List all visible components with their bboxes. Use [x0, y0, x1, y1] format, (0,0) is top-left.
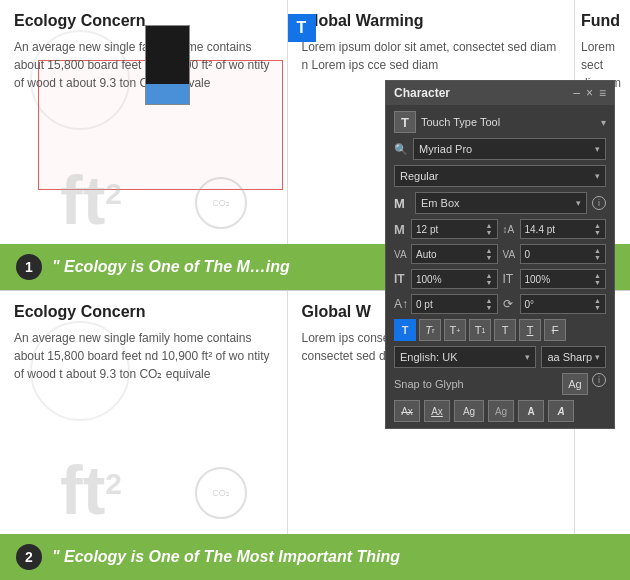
bottom-btn-ag1[interactable]: Ag: [454, 400, 484, 422]
panel-menu-button[interactable]: ≡: [599, 86, 606, 100]
snap-to-glyph-label: Snap to Glyph: [394, 378, 464, 390]
style-btn-subscript[interactable]: T1: [469, 319, 491, 341]
leading-icon: ↕A: [503, 224, 517, 235]
scale-v-input[interactable]: 100% ▲▼: [520, 269, 607, 289]
panel-minimize-button[interactable]: –: [573, 86, 580, 100]
leading-value: 14.4 pt: [525, 224, 556, 235]
font-style-dropdown[interactable]: Regular ▾: [394, 165, 606, 187]
search-icon-font: 🔍: [394, 143, 408, 156]
tracking-input[interactable]: Auto ▲▼: [411, 244, 498, 264]
size-spin[interactable]: ▲▼: [486, 222, 493, 236]
bottom-col1: Ecology Concern An average new single fa…: [0, 291, 288, 535]
ft-superscript: 2: [105, 179, 122, 209]
tracking-kerning-row: VA Auto ▲▼ VA 0 ▲▼: [394, 244, 606, 264]
bottom-btn-a2[interactable]: A: [548, 400, 574, 422]
leading-input[interactable]: 14.4 pt ▲▼: [520, 219, 607, 239]
rotation-input[interactable]: 0° ▲▼: [520, 294, 607, 314]
bottom-btn-a1[interactable]: A: [518, 400, 544, 422]
panel-header: Character – × ≡: [386, 81, 614, 105]
em-box-arrow: ▾: [576, 198, 581, 208]
baseline-value: 0 pt: [416, 299, 433, 310]
style-buttons-row: T Tr T+ T1 T T F: [394, 319, 606, 341]
tool-type-row: T Touch Type Tool ▾: [394, 111, 606, 133]
leading-spin[interactable]: ▲▼: [594, 222, 601, 236]
panel-body: T Touch Type Tool ▾ 🔍 Myriad Pro ▾ Regul…: [386, 105, 614, 428]
rotation-value: 0°: [525, 299, 535, 310]
scale-h-input[interactable]: 100% ▲▼: [411, 269, 498, 289]
panel-close-button[interactable]: ×: [586, 86, 593, 100]
ft-superscript-b: 2: [105, 469, 122, 499]
baseline-rotation-row: A↑ 0 pt ▲▼ ⟳ 0° ▲▼: [394, 294, 606, 314]
scale-h-icon: IT: [394, 272, 408, 286]
style-btn-italic[interactable]: Tr: [419, 319, 441, 341]
antialiasing-dropdown[interactable]: aa Sharp ▾: [541, 346, 606, 368]
scale-v-field: IT 100% ▲▼: [503, 269, 607, 289]
watermark-ft2-top: ft 2: [60, 166, 122, 234]
language-value: English: UK: [400, 351, 457, 363]
aa-value: Sharp: [563, 351, 592, 363]
panel-title: Character: [394, 86, 450, 100]
kerning-value: 0: [525, 249, 531, 260]
size-icon: M: [394, 222, 408, 237]
scale-v-value: 100%: [525, 274, 551, 285]
font-family-value: Myriad Pro: [419, 143, 472, 155]
kerning-input[interactable]: 0 ▲▼: [520, 244, 607, 264]
bottom-btn-ax1[interactable]: Ax: [394, 400, 420, 422]
scale-h-field: IT 100% ▲▼: [394, 269, 498, 289]
baseline-input[interactable]: 0 pt ▲▼: [411, 294, 497, 314]
panel-close-icons: – × ≡: [573, 86, 606, 100]
ft-text: ft: [60, 166, 105, 234]
touch-type-label: Touch Type Tool: [421, 116, 500, 128]
style-btn-caps[interactable]: T: [494, 319, 516, 341]
touch-type-icon[interactable]: T: [394, 111, 416, 133]
scale-v-spin[interactable]: ▲▼: [594, 272, 601, 286]
style-btn-bold[interactable]: T: [394, 319, 416, 341]
font-family-arrow: ▾: [595, 144, 600, 154]
scale-h-value: 100%: [416, 274, 442, 285]
tracking-icon: VA: [394, 249, 408, 260]
circle-watermark-1: [30, 30, 130, 130]
bottom-btn-ax2[interactable]: Ax: [424, 400, 450, 422]
banner-text-2: " Ecology is One of The Most Important T…: [52, 548, 400, 566]
rotation-spin[interactable]: ▲▼: [594, 297, 601, 311]
em-box-info[interactable]: i: [592, 196, 606, 210]
font-style-arrow: ▾: [595, 171, 600, 181]
character-panel: Character – × ≡ T Touch Type Tool ▾ 🔍 My…: [385, 80, 615, 429]
rotation-field: ⟳ 0° ▲▼: [503, 294, 607, 314]
size-field: M 12 pt ▲▼: [394, 219, 498, 239]
t-tool-icon[interactable]: T: [288, 14, 316, 42]
scale-h-spin[interactable]: ▲▼: [486, 272, 493, 286]
circle-watermark-2: [30, 321, 130, 421]
font-family-dropdown[interactable]: Myriad Pro ▾: [413, 138, 606, 160]
font-style-value: Regular: [400, 170, 439, 182]
tracking-spin[interactable]: ▲▼: [486, 247, 493, 261]
top-col2-heading: Global Warming: [302, 12, 561, 30]
style-btn-underline[interactable]: T: [519, 319, 541, 341]
kerning-spin[interactable]: ▲▼: [594, 247, 601, 261]
style-btn-strikethrough[interactable]: F: [544, 319, 566, 341]
snap-icon-1[interactable]: Ag: [562, 373, 588, 395]
language-dropdown[interactable]: English: UK ▾: [394, 346, 536, 368]
bottom-btn-ag2[interactable]: Ag: [488, 400, 514, 422]
tracking-field: VA Auto ▲▼: [394, 244, 498, 264]
scale-row: IT 100% ▲▼ IT 100% ▲▼: [394, 269, 606, 289]
aa-label: aa: [547, 351, 559, 363]
top-col1-heading: Ecology Concern: [14, 12, 273, 30]
style-btn-superscript[interactable]: T+: [444, 319, 466, 341]
bottom-banner: 2 " Ecology is One of The Most Important…: [0, 534, 630, 580]
em-box-dropdown[interactable]: Em Box ▾: [415, 192, 587, 214]
kerning-icon: VA: [503, 249, 517, 260]
size-leading-row: M 12 pt ▲▼ ↕A 14.4 pt ▲▼: [394, 219, 606, 239]
banner-text-1-cont: …ing: [250, 258, 290, 276]
snap-icons: Ag i: [562, 373, 606, 395]
size-input[interactable]: 12 pt ▲▼: [411, 219, 498, 239]
baseline-spin[interactable]: ▲▼: [486, 297, 493, 311]
font-style-row: Regular ▾: [394, 165, 606, 187]
language-aa-row: English: UK ▾ aa Sharp ▾: [394, 346, 606, 368]
snap-info[interactable]: i: [592, 373, 606, 387]
top-col1: Ecology Concern An average new single fa…: [0, 0, 288, 244]
blue-bar: [146, 84, 189, 104]
size-value: 12 pt: [416, 224, 438, 235]
em-box-value: Em Box: [421, 197, 460, 209]
rotation-icon: ⟳: [503, 297, 517, 311]
